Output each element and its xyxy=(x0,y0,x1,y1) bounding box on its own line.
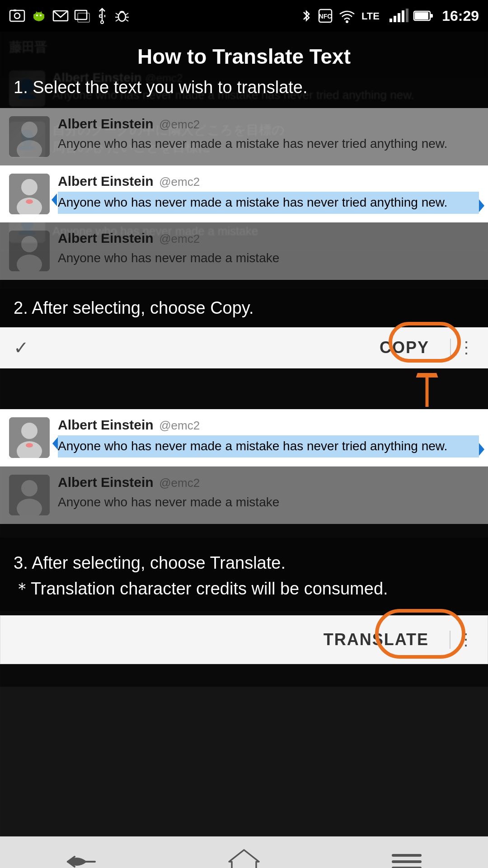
email-icon xyxy=(52,9,69,23)
home-icon xyxy=(228,848,260,868)
translate-bar: TRANSLATE ⋮ xyxy=(0,615,488,664)
tweet-row-selected: Albert Einstein @emc2 Anyone who has nev… xyxy=(0,165,488,222)
wifi-icon xyxy=(338,8,356,24)
step2-label: 2. After selecting, choose Copy. xyxy=(14,298,254,317)
copy-bar: ✓ COPY ⋮ xyxy=(0,327,488,368)
bottom-navigation xyxy=(0,836,488,868)
nfc-icon: NFC xyxy=(317,8,333,24)
gallery-icon xyxy=(74,8,90,24)
back-button[interactable] xyxy=(36,844,127,868)
svg-rect-4 xyxy=(33,14,35,19)
bug-icon xyxy=(114,8,130,24)
svg-rect-58 xyxy=(392,867,422,868)
tweet-row-step2-below: Albert Einstein @emc2 Anyone who has nev… xyxy=(0,467,488,524)
svg-point-42 xyxy=(26,199,33,204)
svg-line-21 xyxy=(126,13,128,15)
status-icons-right: NFC LTE 16:29 xyxy=(300,8,479,24)
step3-label: 3. After selecting, choose Translate. ＊T… xyxy=(14,550,474,602)
main-content: 藤田晋 👤 Albert Einstein @emc2 Anyone who h… xyxy=(0,32,488,836)
tweet-author-2: Albert Einstein xyxy=(58,174,154,189)
tweet-row-above: Albert Einstein @emc2 Anyone who has nev… xyxy=(0,108,488,165)
translate-more-icon[interactable]: ⋮ xyxy=(458,630,474,649)
svg-rect-12 xyxy=(78,13,89,22)
bluetooth-icon xyxy=(300,8,313,24)
svg-point-37 xyxy=(21,122,38,138)
svg-point-1 xyxy=(14,13,20,19)
svg-rect-0 xyxy=(10,10,24,21)
tweet-body-step2-b: Anyone who has never made a mistake xyxy=(58,493,479,512)
status-icons-left xyxy=(9,8,130,24)
svg-rect-11 xyxy=(75,10,87,19)
step1-label: 1. Select the text you wish to translate… xyxy=(14,78,308,97)
selected-text: Anyone who has never made a mistake has … xyxy=(58,192,479,214)
tweet-body-1: Anyone who has never made a mistake has … xyxy=(58,134,479,153)
translate-bar-wrapper: TRANSLATE ⋮ xyxy=(0,615,488,664)
more-options-icon[interactable]: ⋮ xyxy=(458,338,474,357)
tweet-author-3: Albert Einstein xyxy=(58,231,154,245)
tweet-handle-step2: @emc2 xyxy=(159,419,200,432)
svg-text:NFC: NFC xyxy=(319,13,332,20)
svg-point-17 xyxy=(118,12,126,21)
translate-button[interactable]: TRANSLATE xyxy=(310,626,442,654)
svg-point-51 xyxy=(26,443,33,448)
svg-line-18 xyxy=(116,13,118,15)
svg-rect-57 xyxy=(392,860,422,863)
tweet-row-below: Albert Einstein @emc2 Anyone who has nev… xyxy=(0,222,488,280)
svg-point-49 xyxy=(21,423,38,439)
up-arrow-icon xyxy=(411,373,443,409)
arrow-container xyxy=(0,368,488,409)
svg-point-44 xyxy=(21,236,38,252)
svg-rect-32 xyxy=(406,9,408,22)
step2-section: 2. After selecting, choose Copy. xyxy=(0,289,488,327)
usb-icon xyxy=(96,8,108,24)
svg-point-6 xyxy=(36,14,38,16)
svg-line-20 xyxy=(116,19,118,21)
svg-point-16 xyxy=(101,21,103,24)
svg-rect-29 xyxy=(394,16,396,22)
selected-text-step2: Anyone who has never made a mistake has … xyxy=(58,435,479,458)
svg-point-26 xyxy=(346,20,348,23)
svg-rect-28 xyxy=(389,19,392,22)
status-bar: NFC LTE 16:29 xyxy=(0,0,488,32)
menu-icon xyxy=(391,850,422,868)
svg-rect-2 xyxy=(14,9,16,11)
photo-icon xyxy=(9,8,25,24)
svg-rect-31 xyxy=(402,10,404,22)
svg-rect-30 xyxy=(398,13,400,22)
svg-rect-14 xyxy=(99,15,102,17)
svg-rect-5 xyxy=(42,14,44,19)
svg-rect-34 xyxy=(430,14,433,18)
svg-rect-35 xyxy=(415,12,428,19)
tweet-author-1: Albert Einstein xyxy=(58,116,154,131)
tweet-author-step2: Albert Einstein xyxy=(58,417,154,432)
menu-button[interactable] xyxy=(361,844,452,868)
step3-section: 3. After selecting, choose Translate. ＊T… xyxy=(0,538,488,611)
tweet-handle-1: @emc2 xyxy=(159,118,200,131)
signal-icon xyxy=(389,8,408,24)
svg-point-7 xyxy=(40,14,42,16)
svg-rect-56 xyxy=(392,854,422,857)
home-button[interactable] xyxy=(199,844,289,868)
android-icon xyxy=(31,8,47,24)
svg-point-40 xyxy=(21,179,38,195)
copy-button[interactable]: COPY xyxy=(366,334,443,362)
tweet-handle-step2-b: @emc2 xyxy=(159,476,200,490)
tweet-handle-2: @emc2 xyxy=(159,175,200,189)
check-icon: ✓ xyxy=(14,337,29,358)
page-title: How to Translate Text xyxy=(9,44,479,69)
tweet-handle-3: @emc2 xyxy=(159,232,200,245)
svg-marker-55 xyxy=(229,850,259,868)
svg-line-23 xyxy=(126,19,128,21)
tweet-row-step2: Albert Einstein @emc2 Anyone who has nev… xyxy=(0,409,488,467)
battery-icon xyxy=(413,8,434,24)
svg-text:LTE: LTE xyxy=(361,10,380,22)
clock: 16:29 xyxy=(442,8,479,24)
title-area: How to Translate Text xyxy=(0,32,488,78)
back-icon xyxy=(63,850,99,868)
tweet-author-step2-b: Albert Einstein xyxy=(58,475,154,490)
svg-point-53 xyxy=(21,480,38,496)
tweet-body-3: Anyone who has never made a mistake xyxy=(58,249,479,268)
step1-section: 1. Select the text you wish to translate… xyxy=(0,78,488,108)
lte-icon: LTE xyxy=(361,8,384,24)
